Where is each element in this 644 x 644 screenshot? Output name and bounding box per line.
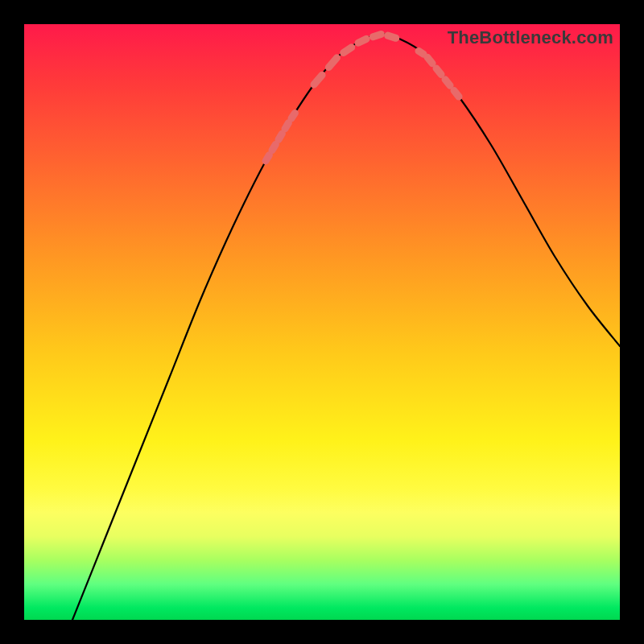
chart-plot-area: TheBottleneck.com	[24, 24, 620, 620]
svg-line-7	[344, 47, 352, 53]
svg-line-13	[436, 68, 441, 75]
bottleneck-curve	[72, 34, 620, 620]
svg-line-6	[328, 58, 336, 68]
svg-line-1	[272, 144, 275, 150]
svg-line-4	[291, 113, 295, 118]
svg-line-9	[373, 35, 381, 37]
svg-line-15	[454, 91, 459, 97]
svg-line-11	[419, 51, 423, 54]
svg-line-12	[427, 57, 432, 64]
svg-line-0	[266, 155, 269, 161]
svg-line-5	[314, 75, 322, 85]
svg-line-14	[445, 80, 450, 86]
highlight-dashes	[266, 35, 459, 161]
svg-line-10	[388, 35, 396, 38]
svg-line-8	[358, 39, 366, 43]
svg-line-3	[285, 123, 288, 129]
chart-svg	[24, 24, 620, 620]
svg-line-2	[279, 134, 282, 139]
